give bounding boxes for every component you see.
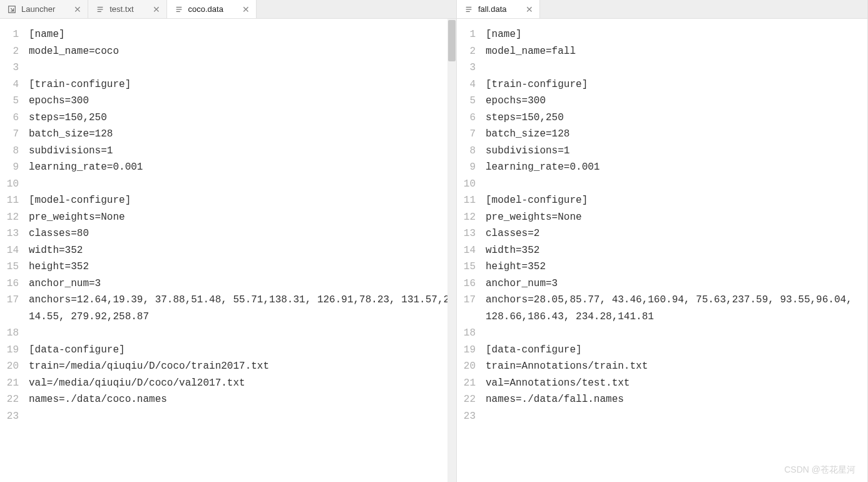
line-number: 17 (457, 292, 476, 309)
code-line[interactable] (486, 176, 862, 193)
line-gutter: 1234567891011121314151617181920212223 (457, 19, 481, 482)
line-number: 14 (0, 242, 19, 259)
scrollbar-track[interactable] (447, 19, 456, 482)
line-number: 15 (457, 259, 476, 275)
code-area[interactable]: [name]model_name=coco[train-configure]ep… (24, 19, 456, 482)
code-line[interactable]: width=352 (29, 242, 451, 259)
line-number: 19 (0, 342, 19, 359)
tab-launcher[interactable]: Launcher✕ (0, 0, 88, 18)
code-line[interactable]: [name] (486, 26, 862, 43)
code-line[interactable] (29, 59, 451, 76)
line-number: 16 (0, 275, 19, 292)
line-number: 3 (457, 59, 476, 76)
line-number: 7 (457, 126, 476, 143)
line-number: 14 (457, 242, 476, 259)
code-line[interactable]: steps=150,250 (486, 110, 862, 126)
tab-bar-left: Launcher✕test.txt✕coco.data✕ (0, 0, 456, 19)
close-icon[interactable]: ✕ (151, 4, 161, 14)
code-line[interactable]: [data-configure] (486, 342, 862, 359)
code-line[interactable] (29, 408, 451, 425)
line-number: 6 (0, 110, 19, 126)
code-line[interactable]: train=Annotations/train.txt (486, 358, 862, 375)
code-line[interactable]: val=Annotations/test.txt (486, 375, 862, 392)
code-line[interactable]: width=352 (486, 242, 862, 259)
line-number: 2 (0, 43, 19, 60)
code-line[interactable]: learning_rate=0.001 (29, 159, 451, 176)
text-file-icon (96, 5, 105, 14)
tab-test-txt[interactable]: test.txt✕ (88, 0, 166, 18)
code-line[interactable]: learning_rate=0.001 (486, 159, 862, 176)
line-number: 17 (0, 292, 19, 309)
code-line[interactable]: val=/media/qiuqiu/D/coco/val2017.txt (29, 375, 451, 392)
code-line[interactable]: epochs=300 (486, 93, 862, 110)
line-number: 9 (457, 159, 476, 176)
code-line[interactable]: classes=2 (486, 225, 862, 242)
code-line[interactable] (29, 325, 451, 342)
code-line[interactable]: [model-configure] (29, 192, 451, 209)
editor-body-right[interactable]: 1234567891011121314151617181920212223 [n… (457, 19, 867, 482)
line-number: 8 (457, 143, 476, 160)
code-line[interactable]: [data-configure] (29, 342, 451, 359)
line-number: 20 (457, 358, 476, 375)
line-number-wrap (457, 309, 476, 326)
code-line[interactable]: names=./data/fall.names (486, 391, 862, 408)
line-number: 7 (0, 126, 19, 143)
line-number: 5 (457, 93, 476, 110)
line-number: 22 (457, 391, 476, 408)
code-area[interactable]: [name]model_name=fall[train-configure]ep… (481, 19, 867, 482)
tab-fall-data[interactable]: fall.data✕ (457, 0, 540, 18)
code-line[interactable]: [name] (29, 26, 451, 43)
scrollbar-thumb[interactable] (448, 20, 456, 61)
code-line[interactable]: epochs=300 (29, 93, 451, 110)
code-line[interactable]: subdivisions=1 (486, 143, 862, 160)
line-number: 10 (457, 176, 476, 193)
code-line[interactable]: anchors=28.05,85.77, 43.46,160.94, 75.63… (486, 292, 862, 325)
code-line[interactable]: batch_size=128 (29, 126, 451, 143)
code-line[interactable]: subdivisions=1 (29, 143, 451, 160)
code-line[interactable]: classes=80 (29, 225, 451, 242)
code-line[interactable]: model_name=coco (29, 43, 451, 60)
code-line[interactable]: anchor_num=3 (486, 275, 862, 292)
line-number: 11 (457, 192, 476, 209)
tab-label: fall.data (478, 4, 507, 14)
close-icon[interactable]: ✕ (241, 4, 251, 14)
line-number: 5 (0, 93, 19, 110)
code-line[interactable]: anchor_num=3 (29, 275, 451, 292)
line-number: 10 (0, 176, 19, 193)
line-gutter: 1234567891011121314151617181920212223 (0, 19, 24, 482)
line-number: 4 (457, 76, 476, 93)
close-icon[interactable]: ✕ (524, 4, 534, 14)
line-number: 4 (0, 76, 19, 93)
code-line[interactable]: height=352 (29, 259, 451, 275)
line-number: 3 (0, 59, 19, 76)
line-number: 1 (0, 26, 19, 43)
code-line[interactable] (486, 59, 862, 76)
line-number: 2 (457, 43, 476, 60)
code-line[interactable]: height=352 (486, 259, 862, 275)
line-number: 20 (0, 358, 19, 375)
code-line[interactable]: pre_weights=None (29, 209, 451, 226)
code-line[interactable] (29, 176, 451, 193)
line-number: 13 (0, 225, 19, 242)
code-line[interactable]: model_name=fall (486, 43, 862, 60)
line-number: 18 (457, 325, 476, 342)
code-line[interactable]: pre_weights=None (486, 209, 862, 226)
code-line[interactable]: [train-configure] (486, 76, 862, 93)
editor-pane-right: fall.data✕ 12345678910111213141516171819… (457, 0, 868, 482)
code-line[interactable] (486, 408, 862, 425)
editor-body-left[interactable]: 1234567891011121314151617181920212223 [n… (0, 19, 456, 482)
close-icon[interactable]: ✕ (73, 4, 83, 14)
code-line[interactable]: anchors=12.64,19.39, 37.88,51.48, 55.71,… (29, 292, 451, 325)
editor-container: Launcher✕test.txt✕coco.data✕ 12345678910… (0, 0, 868, 482)
line-number: 15 (0, 259, 19, 275)
code-line[interactable] (486, 325, 862, 342)
code-line[interactable]: names=./data/coco.names (29, 391, 451, 408)
tab-coco-data[interactable]: coco.data✕ (167, 0, 257, 18)
code-line[interactable]: [train-configure] (29, 76, 451, 93)
code-line[interactable]: train=/media/qiuqiu/D/coco/train2017.txt (29, 358, 451, 375)
code-line[interactable]: batch_size=128 (486, 126, 862, 143)
code-line[interactable]: steps=150,250 (29, 110, 451, 126)
code-line[interactable]: [model-configure] (486, 192, 862, 209)
line-number: 1 (457, 26, 476, 43)
line-number: 18 (0, 325, 19, 342)
